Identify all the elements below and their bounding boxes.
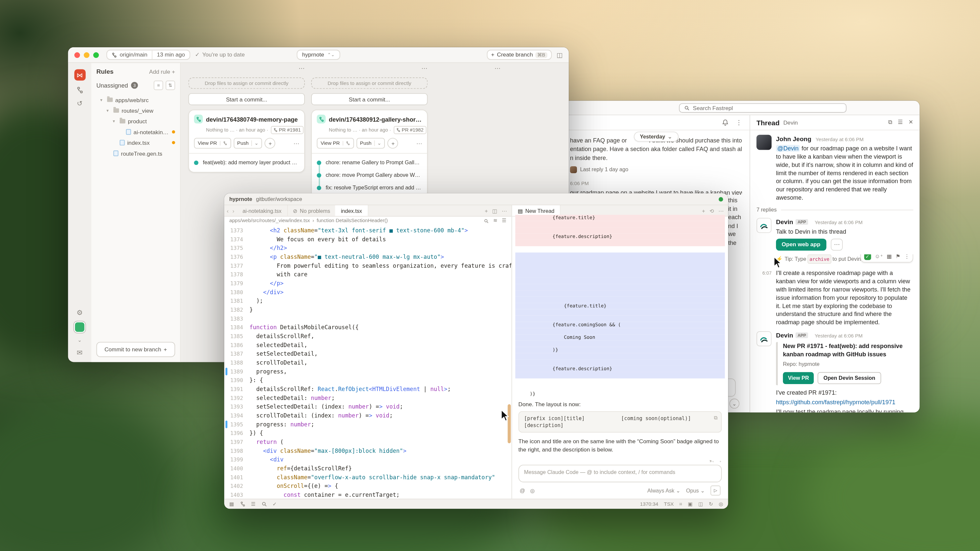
commit-item[interactable]: feat(web): add memory layer product page [194,156,299,168]
code-line[interactable]: 1381 ); [224,297,511,305]
file-tree-item[interactable]: ▾ apps/web/src [96,95,175,105]
outline-menu-icon[interactable]: ☰ [502,218,506,224]
workspace-view-icon[interactable]: ⋈ [74,70,85,81]
user-name[interactable]: Devin [776,332,793,339]
user-name[interactable]: Devin [776,219,793,225]
terminal-icon[interactable]: ⌗ [679,501,682,507]
code-line[interactable]: 1392 selectedDetail: number; [224,394,511,403]
search-icon[interactable] [484,218,489,223]
code-line[interactable]: 1380 </div> [224,288,511,297]
scroll-to-latest-button[interactable]: ⌄ [729,399,739,408]
code-line[interactable]: 1378 with care [224,270,511,279]
minimize-window-button[interactable] [84,52,89,57]
chevron-down-icon[interactable]: ⌄ [78,337,82,343]
bookmark-icon[interactable]: ⚑ [896,254,900,261]
code-line[interactable]: 1391 detailsScrollRef: React.RefObject<H… [224,385,511,394]
mention-icon[interactable]: @ [520,487,525,494]
workspace-path[interactable]: gitbutler/workspace [256,196,302,202]
code-line[interactable]: 1376 <p className="■ text-neutral-600 ma… [224,252,511,262]
code-line[interactable]: 1379 </p> [224,279,511,288]
more-actions-icon[interactable]: ⋮ [904,254,910,261]
slack-search-input[interactable]: Search Fastrepl [679,103,847,113]
date-divider-pill[interactable]: Yesterday ⌄ [633,132,678,141]
channel-more-icon[interactable]: ⋮ [736,119,742,126]
breadcrumb[interactable]: apps/web/src/routes/_view/index.tsx › fu… [224,216,511,225]
model-selector[interactable]: Opus ⌄ [686,487,705,494]
code-line[interactable]: 1402 onScroll={(e) => { [224,481,511,491]
view-pr-button[interactable]: View PR [783,372,814,384]
file-tree-item[interactable]: routeTree.gen.ts [96,148,175,159]
lane-more-icon[interactable]: ⋯ [494,67,501,73]
file-tree-item[interactable]: ai-notetaking.tsx [96,127,175,137]
chevron-down-icon[interactable]: ▾ [113,119,117,124]
add-commit-button[interactable]: + [388,138,398,148]
start-commit-button[interactable]: Start a commit... [311,93,428,105]
code-line[interactable]: 1386 selectedDetail, [224,341,511,350]
open-devin-session-button[interactable]: Open Devin Session [818,372,881,384]
more-options-button[interactable]: ⋯ [831,239,843,251]
file-tree-item[interactable]: ▾ routes/_view [96,105,175,116]
code-line[interactable]: 1396 }) { [224,429,511,438]
branches-view-icon[interactable] [76,86,84,94]
commit-item[interactable]: chore: rename Gallery to Prompt Gallery … [317,156,422,168]
calendar-icon[interactable]: ▦ [887,254,892,261]
push-button[interactable]: Push⌄ [234,138,262,148]
project-name[interactable]: hyprnote [229,196,252,202]
language-indicator[interactable]: TSX [664,501,674,507]
pr-link[interactable]: https://github.com/fastrepl/hyprnote/pul… [776,398,913,406]
add-reaction-icon[interactable]: ☺⁺ [875,254,883,261]
push-button[interactable]: Push⌄ [356,138,385,148]
view-pr-button[interactable]: View PR [194,138,231,148]
permission-mode-selector[interactable]: Always Ask ⌄ [648,487,681,494]
add-commit-button[interactable]: + [265,138,275,148]
view-pr-button[interactable]: View PR [317,138,354,148]
file-tree-item[interactable]: index.tsx [96,137,175,148]
start-commit-button[interactable]: Start a commit... [188,93,305,105]
split-pane-icon[interactable]: ◫ [492,208,497,214]
close-icon[interactable]: ✕ [908,119,913,126]
list-view-icon[interactable]: ≡ [154,81,163,90]
filter-icon[interactable]: ☰ [898,119,903,126]
pane-more-icon[interactable]: ⋯ [501,208,507,214]
code-line[interactable]: 1390 }: { [224,376,511,385]
unassigned-section[interactable]: Unassigned 3 ≡ ⇅ [96,81,175,90]
add-rule-button[interactable]: Add rule + [149,68,175,75]
code-line[interactable]: 1398 <div className="max-[800px]:block h… [224,446,511,456]
thread-history-icon[interactable]: ⟲ [710,208,714,214]
code-line[interactable]: 1403 const container = e.currentTarget; [224,491,511,499]
nav-forward-icon[interactable]: › [232,208,234,214]
code-line[interactable]: 1384 function DetailsMobileCarousel({ [224,323,511,332]
zoom-window-button[interactable] [93,52,99,57]
diff-icon[interactable]: ≋ [493,218,498,224]
base-branch-control[interactable]: origin/main 13 min ago [107,49,190,59]
agent-more-icon[interactable]: ⋯ [719,208,724,214]
drop-zone[interactable]: Drop files to assign or commit directly [311,77,428,89]
context-icon[interactable]: ◎ [530,487,535,494]
pr-title[interactable]: New PR #1971 - feat(web): add responsive… [783,343,913,358]
commit-to-new-branch-button[interactable]: Commit to new branch + [96,342,175,357]
sort-icon[interactable]: ⇅ [165,81,175,90]
sync-icon[interactable]: ↻ [709,501,713,507]
branch-name[interactable]: devin/1764380912-gallery-shortcuts [329,116,422,122]
lane-more-icon[interactable]: ⋯ [299,67,305,73]
workspace-selector[interactable]: hyprnote ⌃⌄ [297,49,340,59]
tab-new-thread[interactable]: ▤New Thread [512,205,561,216]
new-thread-icon[interactable]: + [702,208,705,214]
code-line[interactable]: 1383 [224,314,511,323]
code-line[interactable]: 1400 ref={detailsScrollRef} [224,464,511,473]
scroll-up-icon[interactable]: ↑ [719,459,722,462]
commit-item[interactable]: chore: move Prompt Gallery above Workflo… [317,169,422,181]
avatar[interactable] [756,135,772,150]
code-line[interactable]: 1389 progress, [224,367,511,376]
open-web-app-button[interactable]: Open web app [776,239,826,251]
code-line[interactable]: 1401 className="overflow-x-auto scrollba… [224,473,511,482]
branch-more-icon[interactable]: ⋯ [416,140,422,146]
code-line[interactable]: 1382 } [224,305,511,314]
avatar[interactable] [756,218,772,233]
code-line[interactable]: 1388 scrollToDetail, [224,358,511,367]
avatar[interactable] [756,331,772,346]
copilot-icon[interactable]: ◎ [719,501,723,507]
agent-message-input[interactable]: Message Claude Code — @ to include conte… [519,465,722,482]
code-editor[interactable]: 1373 <h2 className="text-3xl font-serif … [224,225,511,499]
code-line[interactable]: 1397 return ( [224,438,511,446]
